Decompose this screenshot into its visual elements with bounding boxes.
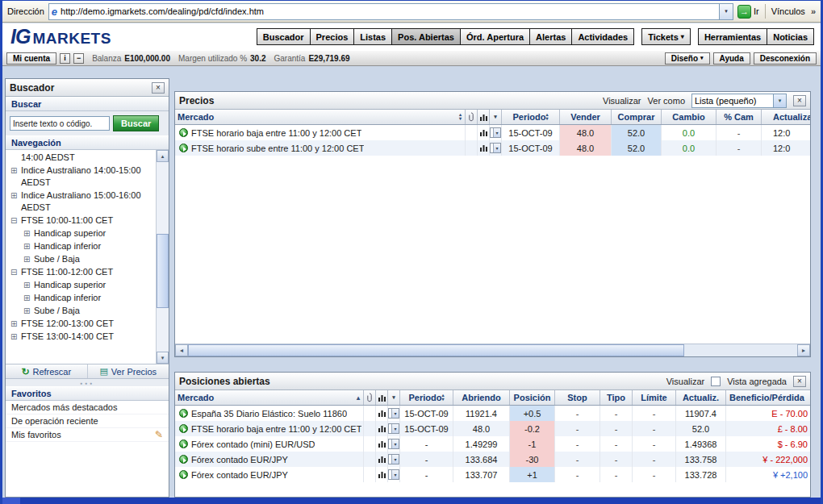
nav-button-tickets[interactable]: Tickets▾ xyxy=(641,28,691,45)
play-icon[interactable] xyxy=(179,128,188,137)
logout-button[interactable]: Desconexión xyxy=(754,52,817,65)
play-icon[interactable] xyxy=(179,144,188,152)
tree-item[interactable]: ⊞Sube / Baja xyxy=(6,253,156,266)
tree-item[interactable]: 14:00 AEDST xyxy=(6,152,156,165)
play-icon[interactable] xyxy=(179,439,188,448)
favorites-item[interactable]: Mis favoritos✎ xyxy=(6,428,169,442)
column-header-period[interactable]: Periodo▴▾ xyxy=(502,110,560,124)
buy-price-cell[interactable]: 52.0 xyxy=(612,140,662,156)
tree-item[interactable]: ⊞Handicap superior xyxy=(6,279,156,292)
tree-item[interactable]: ⊞Indice Australiano 15:00-16:00 AEDST xyxy=(6,190,156,215)
nav-button-listas[interactable]: Listas xyxy=(353,28,392,45)
tree-item[interactable]: ⊞Handicap inferior xyxy=(6,240,156,253)
scroll-right-icon[interactable]: ▸ xyxy=(797,344,810,356)
help-button[interactable]: Ayuda xyxy=(713,52,750,65)
play-icon[interactable] xyxy=(179,455,188,464)
column-header-attachment[interactable] xyxy=(466,110,478,124)
nav-button-rd-apertura[interactable]: Órd. Apertura xyxy=(460,28,530,45)
position-row[interactable]: Fórex contado EUR/JPY▾-133.707+1---133.7… xyxy=(175,467,810,482)
tree-expand-icon[interactable]: ⊞ xyxy=(23,305,34,317)
dropdown-cell[interactable]: ▾ xyxy=(388,467,400,482)
chart-cell[interactable] xyxy=(376,436,388,452)
nav-button-actividades[interactable]: Actividades xyxy=(571,28,634,45)
column-header-opening[interactable]: Abriendo xyxy=(453,390,510,405)
nav-button-pos-abiertas[interactable]: Pos. Abiertas xyxy=(391,28,461,45)
price-row[interactable]: FTSE horario baja entre 11:00 y 12:00 CE… xyxy=(175,125,810,140)
tree-expand-icon[interactable]: ⊞ xyxy=(10,165,21,189)
dropdown-cell[interactable]: ▾ xyxy=(388,436,400,452)
column-header-position[interactable]: Posición xyxy=(510,390,555,405)
tree-item[interactable]: ⊞FTSE 12:00-13:00 CET xyxy=(6,318,156,331)
tree-collapse-icon[interactable]: ⊟ xyxy=(10,215,21,227)
nav-button-herramientas[interactable]: Herramientas xyxy=(698,28,767,45)
scrollbar-thumb[interactable] xyxy=(188,344,684,356)
tree-expand-icon[interactable]: ⊞ xyxy=(10,318,21,330)
tree-item[interactable]: ⊞Indice Australiano 14:00-15:00 AEDST xyxy=(6,165,156,190)
tree-expand-icon[interactable]: ⊞ xyxy=(23,240,34,252)
tree-expand-icon[interactable]: ⊞ xyxy=(23,279,34,291)
nav-button-alertas[interactable]: Alertas xyxy=(529,28,572,45)
scrollbar-thumb[interactable] xyxy=(157,234,169,308)
column-header-current[interactable]: Actualiz. xyxy=(676,390,726,405)
tree-expand-icon[interactable]: ⊞ xyxy=(10,331,21,343)
my-account-button[interactable]: Mi cuenta xyxy=(6,52,56,65)
column-header-change[interactable]: Cambio xyxy=(662,110,716,124)
price-row[interactable]: FTSE horario sube entre 11:00 y 12:00 CE… xyxy=(175,140,810,156)
row-dropdown-combo[interactable]: ▾ xyxy=(388,408,399,419)
row-dropdown-combo[interactable]: ▾ xyxy=(490,143,501,153)
dropdown-cell[interactable]: ▾ xyxy=(490,125,502,140)
tree-item[interactable]: ⊞Sube / Baja xyxy=(6,305,156,318)
column-header-market[interactable]: Mercado▴ xyxy=(175,390,364,405)
design-button[interactable]: Diseño ▾ xyxy=(665,52,710,65)
aggregated-view-checkbox[interactable] xyxy=(711,377,721,386)
prices-visualize-button[interactable]: Visualizar xyxy=(603,96,641,106)
links-label[interactable]: Vínculos xyxy=(771,6,805,16)
play-icon[interactable] xyxy=(179,470,188,479)
column-header-period[interactable]: Periodo▴▾ xyxy=(400,390,453,405)
search-button[interactable]: Buscar xyxy=(113,115,159,131)
position-row[interactable]: Fórex contado (mini) EUR/USD▾-1.49299-1-… xyxy=(175,436,810,452)
position-row[interactable]: Fórex contado EUR/JPY▾-133.684-30---133.… xyxy=(175,452,810,467)
play-icon[interactable] xyxy=(179,409,188,418)
address-input[interactable]: e http://demo.igmarkets.com/dealing/pd/c… xyxy=(48,3,733,20)
row-dropdown-combo[interactable]: ▾ xyxy=(490,127,501,138)
column-header-chart[interactable] xyxy=(478,110,490,124)
chart-cell[interactable] xyxy=(478,125,490,140)
column-header-market[interactable]: Mercado▴▾ xyxy=(175,110,466,124)
position-row[interactable]: España 35 Diario Elástico: Suelo 11860▾1… xyxy=(175,406,810,421)
tree-item[interactable]: ⊟FTSE 10:00-11:00 CET xyxy=(6,215,156,227)
dropdown-cell[interactable]: ▾ xyxy=(388,406,400,421)
column-header-type[interactable]: Tipo xyxy=(600,390,633,405)
prices-horizontal-scrollbar[interactable]: ◂ ▸ xyxy=(175,344,810,356)
chart-cell[interactable] xyxy=(376,452,388,467)
nav-button-precios[interactable]: Precios xyxy=(310,28,355,45)
buy-price-cell[interactable]: 52.0 xyxy=(612,125,662,140)
close-icon[interactable]: × xyxy=(793,95,806,106)
tree-expand-icon[interactable]: ⊞ xyxy=(23,292,34,304)
tree-collapse-icon[interactable]: ⊟ xyxy=(10,266,21,278)
see-prices-button[interactable]: ▤ Ver Precios xyxy=(87,364,169,378)
positions-visualize-button[interactable]: Visualizar xyxy=(666,377,705,386)
tree-item[interactable]: ⊞FTSE 13:00-14:00 CET xyxy=(6,331,156,344)
column-header-chart[interactable] xyxy=(376,390,388,405)
column-header-sell[interactable]: Vender xyxy=(560,110,612,124)
tree-expand-icon[interactable]: ⊞ xyxy=(10,190,21,214)
column-header-pct[interactable]: % Cam xyxy=(716,110,762,124)
dropdown-cell[interactable]: ▾ xyxy=(490,140,502,156)
panel-resize-grip[interactable]: ●●● xyxy=(6,379,169,386)
close-icon[interactable]: × xyxy=(152,82,165,94)
go-button[interactable]: → Ir xyxy=(737,5,759,19)
column-header-limit[interactable]: Límite xyxy=(633,390,676,405)
column-header-buy[interactable]: Comprar xyxy=(612,110,662,124)
address-dropdown-button[interactable]: ▾ xyxy=(719,4,733,19)
favorites-item[interactable]: Mercados más destacados xyxy=(6,401,169,414)
column-header-dropdown[interactable]: ▾ xyxy=(388,390,400,405)
chart-cell[interactable] xyxy=(376,406,388,421)
scroll-down-icon[interactable]: ▾ xyxy=(157,352,169,364)
scroll-left-icon[interactable]: ◂ xyxy=(175,344,188,356)
dropdown-cell[interactable]: ▾ xyxy=(388,421,400,436)
column-header-stop[interactable]: Stop xyxy=(555,390,600,405)
row-dropdown-combo[interactable]: ▾ xyxy=(388,423,399,434)
play-icon[interactable] xyxy=(179,424,188,433)
favorites-item[interactable]: De operación reciente xyxy=(6,414,169,428)
